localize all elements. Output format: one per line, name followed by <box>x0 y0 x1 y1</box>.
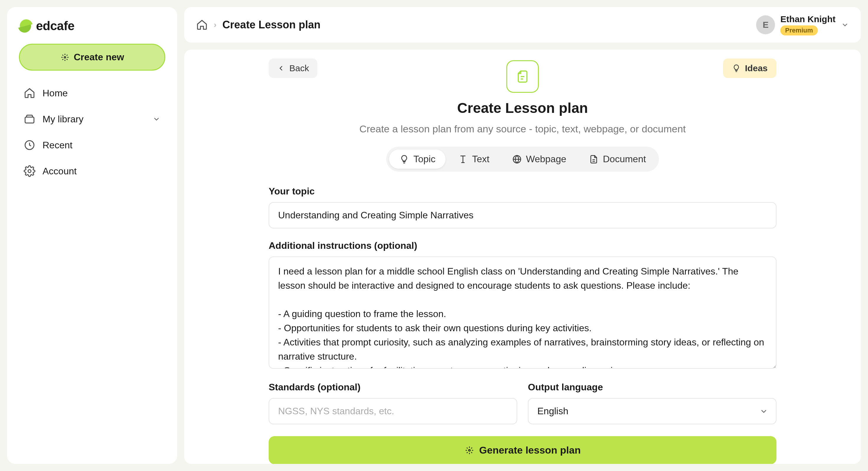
sidebar-nav: Home My library Recent Account <box>19 81 165 183</box>
premium-badge: Premium <box>780 25 817 35</box>
chevron-down-icon <box>152 115 161 123</box>
breadcrumb-page: Create Lesson plan <box>222 19 320 31</box>
create-new-label: Create new <box>74 52 124 63</box>
sidebar-item-label: Home <box>42 88 68 99</box>
lightbulb-icon <box>399 154 409 164</box>
home-icon <box>24 87 35 99</box>
home-icon[interactable] <box>196 19 208 31</box>
language-select[interactable]: English <box>528 398 776 424</box>
instructions-textarea[interactable] <box>269 257 776 369</box>
logo-mark-icon <box>19 20 32 32</box>
avatar: E <box>756 16 775 34</box>
globe-icon <box>512 154 522 164</box>
chevron-down-icon <box>841 21 849 29</box>
sidebar-item-label: Recent <box>42 140 72 151</box>
sidebar-item-account[interactable]: Account <box>19 159 165 183</box>
tab-document[interactable]: Document <box>579 149 656 169</box>
ideas-button[interactable]: Ideas <box>723 59 776 78</box>
page-subtitle: Create a lesson plan from any source - t… <box>359 123 686 135</box>
content-panel: Back Ideas Create Lesson plan Create a l… <box>184 50 861 464</box>
hero: Create Lesson plan Create a lesson plan … <box>269 60 776 135</box>
topbar: › Create Lesson plan E Ethan Knight Prem… <box>184 7 861 42</box>
breadcrumb: › Create Lesson plan <box>196 19 320 31</box>
library-icon <box>24 113 35 125</box>
arrow-left-icon <box>277 64 285 72</box>
gear-icon <box>24 165 35 177</box>
lightbulb-icon <box>732 64 741 73</box>
sparkle-icon <box>464 445 474 455</box>
ideas-label: Ideas <box>745 63 768 73</box>
page-title: Create Lesson plan <box>457 100 588 116</box>
create-new-button[interactable]: Create new <box>19 44 165 70</box>
standards-input[interactable] <box>269 398 517 424</box>
generate-button[interactable]: Generate lesson plan <box>269 436 776 464</box>
tab-label: Text <box>472 154 490 165</box>
document-icon <box>589 154 599 164</box>
tab-label: Document <box>603 154 646 165</box>
svg-point-0 <box>64 56 66 58</box>
user-menu[interactable]: E Ethan Knight Premium <box>756 14 849 35</box>
language-label: Output language <box>528 382 776 393</box>
sidebar-item-label: My library <box>42 114 84 125</box>
back-button[interactable]: Back <box>269 59 317 78</box>
sidebar-item-recent[interactable]: Recent <box>19 133 165 157</box>
tab-label: Topic <box>413 154 435 165</box>
breadcrumb-separator: › <box>214 20 216 30</box>
svg-rect-1 <box>25 117 34 123</box>
sidebar-item-label: Account <box>42 166 77 177</box>
brand-logo: edcafe <box>19 19 165 33</box>
topic-input[interactable] <box>269 202 776 228</box>
generate-label: Generate lesson plan <box>479 444 581 456</box>
text-icon <box>458 154 468 164</box>
user-name: Ethan Knight <box>780 14 836 24</box>
user-info: Ethan Knight Premium <box>780 14 836 35</box>
back-label: Back <box>289 63 309 73</box>
tab-webpage[interactable]: Webpage <box>502 149 576 169</box>
instructions-label: Additional instructions (optional) <box>269 240 776 251</box>
svg-point-3 <box>28 170 31 173</box>
tab-topic[interactable]: Topic <box>389 149 445 169</box>
sparkle-icon <box>60 53 70 62</box>
source-tabs: Topic Text Webpage Document <box>386 147 659 172</box>
sidebar-item-library[interactable]: My library <box>19 107 165 131</box>
tab-label: Webpage <box>526 154 566 165</box>
topic-label: Your topic <box>269 186 776 197</box>
sidebar-item-home[interactable]: Home <box>19 81 165 105</box>
standards-label: Standards (optional) <box>269 382 517 393</box>
sidebar: edcafe Create new Home My library Recent <box>7 7 177 464</box>
lesson-plan-icon <box>506 60 539 93</box>
clock-icon <box>24 139 35 151</box>
brand-name: edcafe <box>36 19 74 33</box>
tab-text[interactable]: Text <box>448 149 500 169</box>
svg-point-5 <box>469 449 470 451</box>
